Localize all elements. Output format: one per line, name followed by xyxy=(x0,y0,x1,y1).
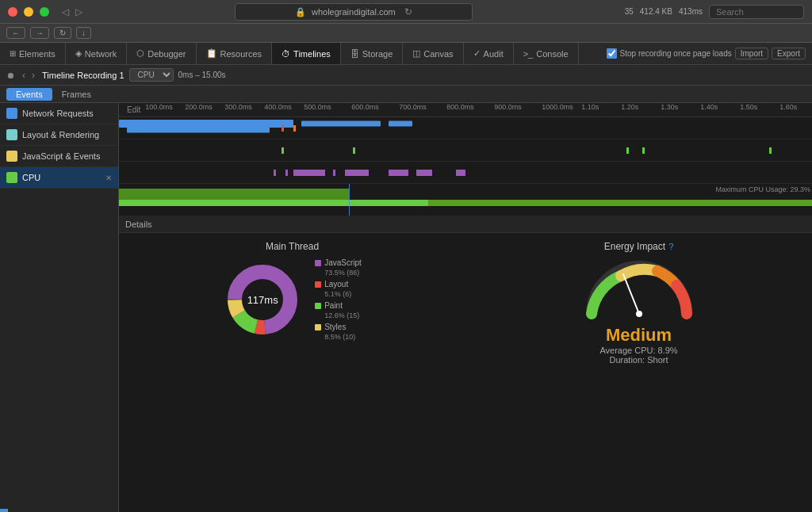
layout-marker-1 xyxy=(282,147,284,154)
cpu-track-bar-3 xyxy=(428,200,812,206)
js-legend-label: JavaScript xyxy=(324,258,362,267)
reload-button[interactable]: ↻ xyxy=(54,27,71,39)
timeline-prev-button[interactable]: ‹ xyxy=(20,70,28,81)
energy-section: Energy Impact ? xyxy=(473,241,804,352)
sidebar-item-cpu[interactable]: CPU ✕ xyxy=(0,167,118,189)
maximize-button[interactable] xyxy=(40,7,49,17)
cpu-track-bar-2 xyxy=(119,200,428,206)
ruler-140s: 1.40s xyxy=(700,103,718,111)
sidebar-item-js[interactable]: JavaScript & Events xyxy=(0,146,118,167)
sidebar-item-layout-label: Layout & Rendering xyxy=(22,130,99,139)
tab-console[interactable]: >_Console xyxy=(514,43,579,65)
devtools-tabs: ⊞Elements ◈Network ⬡Debugger 📋Resources … xyxy=(0,43,812,65)
ruler-1000ms: 1000.0ms xyxy=(542,103,573,111)
ruler-150s: 1.50s xyxy=(740,103,757,111)
ruler-500ms: 500.0ms xyxy=(304,103,331,111)
network-bar-4 xyxy=(389,121,412,127)
layout-marker-2 xyxy=(353,147,355,154)
ruler-700ms: 700.0ms xyxy=(399,103,427,111)
browser-right: 35 412.4 KB 413ms xyxy=(625,5,804,19)
sidebar: Network Requests Layout & Rendering Java… xyxy=(0,103,119,512)
tab-timelines[interactable]: ⏱Timelines xyxy=(272,43,341,65)
cpu-icon xyxy=(6,172,17,183)
ruler-120s: 1.20s xyxy=(621,103,638,111)
forward-icon[interactable]: ▷ xyxy=(75,6,82,17)
url-text: wholegraindigital.com xyxy=(312,7,396,17)
cpu-track: Maximum CPU Usage: 29.3% xyxy=(119,184,812,216)
question-mark-icon[interactable]: ? xyxy=(668,242,673,251)
styles-legend-pct: 8.5% (10) xyxy=(324,333,362,341)
timeline-area: Edit 100.0ms 200.0ms 300.0ms 400.0ms 500… xyxy=(119,103,812,512)
minimize-button[interactable] xyxy=(24,7,33,17)
ruler-400ms: 400.0ms xyxy=(264,103,292,111)
network-requests-icon xyxy=(6,108,17,119)
timelines-icon: ⏱ xyxy=(282,49,290,59)
details-content: Main Thread xyxy=(119,233,812,360)
timeline-ruler: Edit 100.0ms 200.0ms 300.0ms 400.0ms 500… xyxy=(119,103,812,117)
tab-storage[interactable]: 🗄Storage xyxy=(341,43,404,65)
tab-resources-label: Resources xyxy=(220,49,262,59)
events-tabs: Events Frames xyxy=(6,88,101,101)
energy-avg-cpu: Average CPU: 8.9% xyxy=(599,346,677,355)
tab-timelines-label: Timelines xyxy=(293,49,331,59)
paint-legend-pct: 12.6% (15) xyxy=(324,311,362,319)
edit-label[interactable]: Edit xyxy=(122,105,145,114)
forward-nav-button[interactable]: → xyxy=(30,27,49,39)
main-thread-section: Main Thread xyxy=(127,241,458,352)
back-nav-button[interactable]: ← xyxy=(6,27,25,39)
stop-recording-checkbox[interactable] xyxy=(607,48,617,59)
js-marker-7 xyxy=(416,170,432,176)
export-button[interactable]: Export xyxy=(772,48,806,59)
stop-recording-label[interactable]: Stop recording once page loads xyxy=(607,48,732,59)
tab-elements-label: Elements xyxy=(19,49,56,59)
legend-paint: Paint xyxy=(315,301,362,310)
timeline-next-button[interactable]: › xyxy=(29,70,37,81)
energy-duration: Duration: Short xyxy=(610,355,668,365)
energy-title: Energy Impact ? xyxy=(604,241,674,252)
tab-network[interactable]: ◈Network xyxy=(66,43,127,65)
network-track xyxy=(119,117,812,139)
tab-canvas-label: Canvas xyxy=(423,49,453,59)
search-input[interactable] xyxy=(709,5,804,19)
tab-audit[interactable]: ✓Audit xyxy=(464,43,514,65)
sidebar-item-layout[interactable]: Layout & Rendering xyxy=(0,124,118,146)
tab-canvas[interactable]: ◫Canvas xyxy=(403,43,463,65)
network-marker-2 xyxy=(293,125,296,132)
layout-marker-3 xyxy=(626,147,629,154)
close-button[interactable] xyxy=(8,7,17,17)
max-cpu-label: Maximum CPU Usage: 29.3% xyxy=(715,185,810,193)
network-marker-1 xyxy=(282,125,284,132)
url-bar[interactable]: 🔒 wholegraindigital.com ↻ xyxy=(235,3,473,21)
import-button[interactable]: Import xyxy=(735,48,768,59)
ruler-marks: 100.0ms 200.0ms 300.0ms 400.0ms 500.0ms … xyxy=(145,103,809,117)
legend-styles: Styles xyxy=(315,323,362,331)
tab-events[interactable]: Events xyxy=(6,88,52,101)
donut-chart: 117ms xyxy=(223,260,302,339)
ruler-130s: 1.30s xyxy=(661,103,678,111)
ruler-100ms: 100.0ms xyxy=(145,103,173,111)
svg-line-5 xyxy=(623,274,639,314)
sidebar-item-network-label: Network Requests xyxy=(22,109,94,118)
reload-icon[interactable]: ↻ xyxy=(404,6,412,17)
close-cpu-button[interactable]: ✕ xyxy=(105,174,112,182)
back-icon[interactable]: ◁ xyxy=(62,6,69,17)
download-button[interactable]: ↓ xyxy=(76,27,91,39)
paint-legend-label: Paint xyxy=(324,301,343,310)
ruler-800ms: 800.0ms xyxy=(446,103,474,111)
timeline-toolbar: ⏺ ‹ › Timeline Recording 1 CPU 0ms – 15.… xyxy=(0,65,812,86)
cpu-filter-select[interactable]: CPU xyxy=(129,68,174,82)
tab-debugger[interactable]: ⬡Debugger xyxy=(127,43,196,65)
network-bar-2 xyxy=(127,128,270,133)
energy-title-text: Energy Impact xyxy=(604,241,665,252)
tab-resources[interactable]: 📋Resources xyxy=(197,43,273,65)
js-marker-4 xyxy=(333,170,335,176)
tab-elements[interactable]: ⊞Elements xyxy=(0,43,66,65)
ruler-160s: 1.60s xyxy=(779,103,797,111)
file-count: 35 xyxy=(625,7,634,16)
record-button[interactable]: ⏺ xyxy=(6,71,15,80)
tab-frames[interactable]: Frames xyxy=(52,88,101,101)
sidebar-item-network[interactable]: Network Requests xyxy=(0,103,118,124)
transfer-size: 412.4 KB xyxy=(640,7,672,16)
js-marker-3 xyxy=(293,170,325,176)
ruler-600ms: 600.0ms xyxy=(351,103,379,111)
